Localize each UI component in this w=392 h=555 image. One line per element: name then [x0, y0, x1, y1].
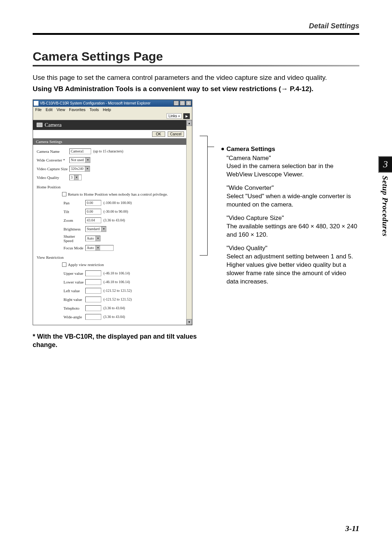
pan-label: Pan [64, 201, 85, 205]
desc-camera-name-body: Used in the camera selection bar in the … [226, 162, 359, 179]
chapter-number: 3 [378, 156, 392, 173]
telephoto-range: (3.36 to 43.04) [103, 306, 125, 310]
ie-icon [34, 101, 38, 106]
right-range: (-121.52 to 121.52) [103, 297, 132, 301]
lower-range: (-46.18 to 106.14) [103, 280, 130, 284]
brightness-label: Brightness [64, 227, 85, 231]
wideangle-input[interactable] [85, 314, 101, 320]
panel-header: Camera [33, 120, 186, 130]
shutter-select[interactable]: Auto ▾ [85, 236, 101, 241]
focus-select[interactable]: Auto ▾ [85, 245, 114, 251]
brightness-select[interactable]: Standard ▾ [85, 226, 106, 232]
panel-label: Camera [45, 122, 62, 128]
shutter-value: Auto [87, 236, 94, 240]
capture-size-label: Video Capture Size [37, 167, 69, 171]
intro-text: Use this page to set the camera control … [33, 73, 359, 83]
camera-icon [37, 123, 42, 127]
chevron-down-icon: ▾ [95, 245, 100, 250]
capture-size-select[interactable]: 320x240 ▾ [69, 166, 90, 172]
scroll-up-icon[interactable]: ▴ [187, 120, 192, 126]
footnote: * With the VB-C10R, the displayed pan an… [33, 332, 214, 350]
wideangle-label: Wide-angle [64, 315, 85, 319]
wide-converter-select[interactable]: Not used ▾ [69, 157, 90, 163]
menu-tools[interactable]: Tools [90, 107, 99, 112]
upper-label: Upper value [64, 271, 85, 276]
window-title: VB-C10/VB-C10R System Configuration - Mi… [40, 101, 173, 105]
pan-range: (-100.00 to 100.00) [103, 201, 132, 205]
apply-restriction-label: Apply view restriction [68, 262, 104, 267]
wide-converter-value: Not used [71, 158, 84, 162]
apply-restriction-checkbox[interactable] [62, 262, 66, 267]
minimize-button[interactable]: _ [173, 101, 179, 106]
chevron-down-icon: ▾ [85, 166, 90, 171]
camera-name-hint: (up to 15 characters) [93, 149, 123, 153]
wide-converter-label: Wide Converter * [37, 158, 69, 162]
desc-wide-body: Select "Used" when a wide-angle converte… [226, 192, 359, 209]
screenshot-window: VB-C10/VB-C10R System Configuration - Mi… [33, 99, 192, 325]
chapter-tab: 3 Setup Procedures [378, 156, 392, 237]
home-return-checkbox-label: Return to Home Position when nobody has … [68, 192, 168, 196]
header-rule [33, 33, 359, 35]
video-quality-value: 3 [71, 175, 73, 179]
camera-name-label: Camera Name [37, 149, 69, 154]
chevron-down-icon: ▾ [85, 158, 90, 163]
shutter-label: Shutter Speed [64, 234, 85, 243]
home-return-checkbox[interactable] [62, 192, 66, 196]
maximize-button[interactable]: □ [180, 101, 185, 106]
zoom-input[interactable]: 43.04 [85, 217, 101, 223]
scroll-down-icon[interactable]: ▾ [187, 319, 192, 325]
cancel-button[interactable]: Cancel [168, 131, 184, 137]
page-title: Camera Settings Page [33, 49, 359, 64]
description-column: Camera Settings "Camera Name" Used in th… [221, 99, 359, 291]
pan-input[interactable]: 0.00 [85, 200, 101, 206]
wideangle-range: (3.36 to 43.04) [103, 315, 125, 319]
camera-name-input[interactable]: Camera1 [69, 148, 91, 154]
scrollbar[interactable]: ▴ ▾ [186, 120, 192, 325]
upper-range: (-46.18 to 106.14) [103, 271, 130, 275]
intro-bold: Using VB Administration Tools is a conve… [33, 85, 359, 93]
brightness-value: Standard [87, 227, 100, 231]
chapter-label: Setup Procedures [380, 176, 390, 237]
home-position-label: Home Position [37, 185, 183, 189]
left-range: (-121.52 to 121.52) [103, 289, 132, 293]
left-label: Left value [64, 289, 85, 293]
desc-wide-title: "Wide Converter" [226, 184, 359, 192]
desc-quality-body: Select an adjustment setting between 1 a… [226, 253, 359, 286]
telephoto-input[interactable] [85, 305, 101, 311]
zoom-label: Zoom [64, 218, 85, 223]
desc-capture-title: "Video Capture Size" [226, 214, 359, 223]
close-button[interactable]: × [186, 101, 191, 106]
right-input[interactable] [85, 297, 101, 302]
telephoto-label: Telephoto [64, 306, 85, 310]
page-number: 3-11 [345, 524, 359, 533]
lower-input[interactable] [85, 279, 101, 285]
ok-button[interactable]: OK [152, 131, 165, 137]
menu-favorites[interactable]: Favorites [69, 107, 85, 112]
tilt-input[interactable]: 0.00 [85, 209, 101, 215]
desc-camera-name-title: "Camera Name" [226, 154, 359, 163]
go-button[interactable]: ▶ [183, 113, 190, 119]
camera-settings-section-header: Camera Settings [33, 138, 186, 145]
title-underline [33, 65, 359, 66]
left-input[interactable] [85, 288, 101, 294]
capture-size-value: 320x240 [71, 167, 83, 171]
menu-edit[interactable]: Edit [46, 107, 53, 112]
chevron-down-icon: ▾ [101, 227, 106, 232]
focus-value: Auto [87, 246, 94, 250]
menubar: File Edit View Favorites Tools Help [33, 107, 192, 113]
menu-file[interactable]: File [35, 107, 42, 112]
section-header: Detail Settings [33, 22, 359, 30]
menu-help[interactable]: Help [103, 107, 111, 112]
video-quality-label: Video Quality [37, 175, 69, 180]
upper-input[interactable] [85, 270, 101, 276]
video-quality-select[interactable]: 3 ▾ [69, 175, 82, 180]
links-label[interactable]: Links » [167, 113, 182, 119]
chevron-down-icon: ▾ [74, 175, 79, 180]
tilt-range: (-30.00 to 90.00) [103, 209, 128, 213]
menu-view[interactable]: View [57, 107, 65, 112]
view-restriction-label: View Restriction [37, 255, 183, 260]
window-titlebar: VB-C10/VB-C10R System Configuration - Mi… [33, 100, 192, 107]
desc-capture-body: The available settings are 640 × 480, 32… [226, 223, 359, 239]
zoom-range: (3.36 to 43.04) [103, 218, 125, 222]
desc-heading: Camera Settings [226, 145, 359, 154]
